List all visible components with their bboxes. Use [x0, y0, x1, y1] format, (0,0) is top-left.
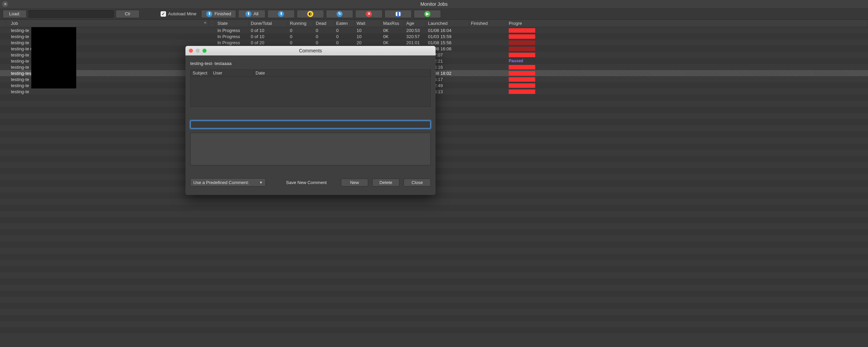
col-finished[interactable]: Finished [469, 20, 508, 27]
pause-icon: ❚❚ [395, 11, 401, 17]
empty-row [0, 333, 868, 340]
col-blank[interactable] [209, 20, 215, 27]
cell: 320:57 [404, 34, 426, 39]
finished-button[interactable]: ⬆ Finished [201, 10, 236, 18]
progress-bar [509, 53, 535, 57]
play-button[interactable]: ▶ [414, 10, 441, 18]
col-progress[interactable]: Progre [508, 20, 868, 27]
col-wait[interactable]: Wait [355, 20, 381, 27]
progress-cell [508, 47, 868, 51]
empty-row [0, 248, 868, 254]
empty-row [0, 199, 868, 205]
progress-cell [508, 65, 868, 69]
comments-dialog: Comments testing-test- testaaaa Subject … [185, 46, 436, 195]
progress-cell: Paused [508, 59, 868, 63]
refresh-button[interactable]: ↻ [326, 10, 353, 18]
col-job[interactable]: Job ^ [6, 20, 209, 27]
cell: 0K [381, 34, 404, 39]
load-input[interactable] [29, 10, 114, 18]
progress-bar [509, 40, 535, 45]
cell: 0 [288, 40, 314, 45]
load-button[interactable]: Load: [3, 10, 27, 18]
upload-icon: ⬆ [245, 11, 251, 17]
cell: In Progress [215, 28, 249, 33]
table-row[interactable]: testing-teIn Progress0 of 10000100K200:5… [0, 27, 868, 33]
cell: 0 [334, 34, 355, 39]
progress-bar [509, 65, 535, 69]
comment-textarea[interactable] [190, 133, 431, 165]
window-titlebar: ✕ Monitor Jobs [0, 0, 868, 8]
progress-bar [509, 34, 535, 39]
progress-cell [508, 53, 868, 57]
empty-row [0, 205, 868, 211]
empty-row [0, 235, 868, 242]
comments-list-header: Subject User Date [190, 69, 431, 76]
cell: 0 of 20 [249, 40, 288, 45]
empty-row [0, 297, 868, 303]
play-icon: ▶ [424, 11, 430, 17]
empty-row [0, 229, 868, 235]
cell: 20 [355, 40, 381, 45]
progress-cell [508, 71, 868, 76]
col-running[interactable]: Running [288, 20, 314, 27]
new-button[interactable]: New [341, 179, 368, 186]
col-eaten[interactable]: Eaten [334, 20, 355, 27]
col-launched[interactable]: Launched [426, 20, 469, 27]
cell: In Progress [215, 40, 249, 45]
comments-list[interactable] [190, 76, 431, 107]
table-row[interactable]: testing-teIn Progress0 of 10000100K320:5… [0, 33, 868, 39]
blue-action-button[interactable]: ⬆ [267, 10, 295, 18]
progress-cell [508, 34, 868, 39]
empty-row [0, 284, 868, 291]
kill-button[interactable]: ✕ [355, 10, 382, 18]
empty-row [0, 217, 868, 223]
pacman-button[interactable]: ◐ [297, 10, 324, 18]
refresh-icon: ↻ [337, 11, 343, 17]
close-button[interactable]: Close [404, 179, 431, 186]
predefined-comment-select[interactable]: Use a Predefined Comment: ▼ [190, 178, 266, 186]
progress-bar [509, 77, 535, 82]
cell: 01/03 15:59 [426, 34, 469, 39]
cell: 01/08 15:56 [426, 40, 469, 45]
empty-row [0, 266, 868, 272]
delete-button[interactable]: Delete [372, 179, 399, 186]
col-maxrss[interactable]: MaxRss [381, 20, 404, 27]
cell: 01/08 16:04 [426, 28, 469, 33]
cell: 200:53 [404, 28, 426, 33]
empty-row [0, 321, 868, 327]
redaction-block [31, 27, 76, 88]
empty-row [0, 303, 868, 309]
col-age[interactable]: Age [404, 20, 426, 27]
dialog-body: testing-test- testaaaa Subject User Date… [185, 55, 436, 195]
progress-bar [509, 28, 535, 33]
table-row[interactable]: testing-teIn Progress0 of 20000200K201:0… [0, 39, 868, 46]
col-dead[interactable]: Dead [314, 20, 334, 27]
pause-button[interactable]: ❚❚ [384, 10, 412, 18]
cell: 0K [381, 28, 404, 33]
cell: 0 [334, 28, 355, 33]
empty-row [0, 242, 868, 248]
cell: In Progress [215, 34, 249, 39]
save-new-comment-button[interactable]: Save New Comment [286, 180, 327, 185]
cell: 0 of 10 [249, 28, 288, 33]
autoload-checkbox[interactable]: ✓ [161, 11, 166, 17]
col-date[interactable]: Date [253, 70, 430, 76]
col-state[interactable]: State [215, 20, 249, 27]
col-done[interactable]: Done/Total [249, 20, 288, 27]
autoload-label: Autoload Mine [168, 11, 196, 16]
empty-row [0, 278, 868, 284]
empty-row [0, 291, 868, 297]
toolbar: Load: Clr ✓ Autoload Mine ⬆ Finished ⬆ A… [0, 8, 868, 20]
empty-row [0, 315, 868, 321]
all-button[interactable]: ⬆ All [238, 10, 265, 18]
cell: 0 [314, 28, 334, 33]
col-subject[interactable]: Subject [191, 70, 211, 76]
subject-input[interactable] [190, 120, 431, 129]
dialog-titlebar[interactable]: Comments [185, 46, 436, 55]
empty-row [0, 254, 868, 260]
empty-row [0, 327, 868, 333]
cell: 0 [314, 34, 334, 39]
cell: 0 [288, 28, 314, 33]
clr-button[interactable]: Clr [116, 10, 140, 18]
col-user[interactable]: User [211, 70, 253, 76]
